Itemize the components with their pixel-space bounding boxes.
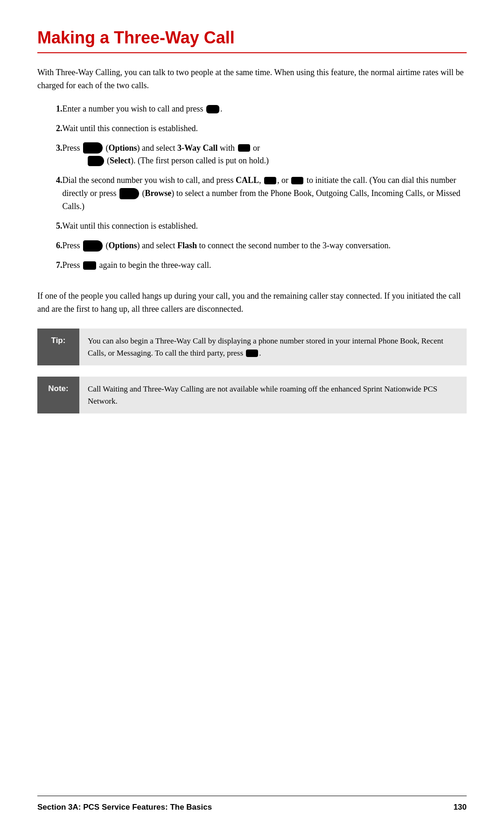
step-5: 5. Wait until this connection is establi…	[37, 220, 467, 233]
tip-box: Tip: You can also begin a Three-Way Call…	[37, 329, 467, 365]
tip-label: Tip:	[37, 329, 79, 365]
nav-btn-icon	[238, 144, 250, 152]
step-6: 6. Press (Options) and select Flash to c…	[37, 239, 467, 252]
tip-text: You can also begin a Three-Way Call by d…	[88, 336, 443, 357]
step-1-content: Enter a number you wish to call and pres…	[63, 103, 467, 116]
step-5-num: 5.	[37, 220, 63, 233]
tip-content: You can also begin a Three-Way Call by d…	[79, 329, 467, 365]
step-2: 2. Wait until this connection is establi…	[37, 122, 467, 135]
steps-list: 1. Enter a number you wish to call and p…	[37, 103, 467, 279]
call-btn-icon-2	[291, 177, 303, 184]
options-softkey-icon	[83, 142, 103, 154]
step-1: 1. Enter a number you wish to call and p…	[37, 103, 467, 116]
step-2-content: Wait until this connection is establishe…	[63, 122, 467, 135]
note-box: Note: Call Waiting and Three-Way Calling…	[37, 377, 467, 413]
select-softkey-icon	[88, 156, 104, 166]
note-content: Call Waiting and Three-Way Calling are n…	[79, 377, 467, 413]
end-btn-icon	[83, 261, 96, 270]
step-5-content: Wait until this connection is establishe…	[63, 220, 467, 233]
footer-left: Section 3A: PCS Service Features: The Ba…	[37, 803, 212, 812]
step-6-num: 6.	[37, 239, 63, 252]
tip-btn-icon	[246, 350, 258, 357]
step-3-content: Press (Options) and select 3-Way Call wi…	[63, 142, 467, 168]
closing-text: If one of the people you called hangs up…	[37, 290, 467, 316]
browse-softkey-icon	[119, 188, 139, 199]
step-6-content: Press (Options) and select Flash to conn…	[63, 239, 467, 252]
page-title: Making a Three-Way Call	[37, 28, 467, 48]
step-4: 4. Dial the second number you wish to ca…	[37, 174, 467, 213]
note-label: Note:	[37, 377, 79, 413]
title-divider	[37, 52, 467, 53]
step-3: 3. Press (Options) and select 3-Way Call…	[37, 142, 467, 168]
intro-text: With Three-Way Calling, you can talk to …	[37, 66, 467, 92]
options-softkey-icon-2	[83, 240, 103, 252]
step-7-num: 7.	[37, 259, 63, 272]
send-button-icon	[206, 105, 219, 113]
step-4-num: 4.	[37, 174, 63, 187]
step-2-num: 2.	[37, 122, 63, 135]
step-7-content: Press again to begin the three-way call.	[63, 259, 467, 272]
page-footer: Section 3A: PCS Service Features: The Ba…	[37, 796, 467, 812]
footer-right: 130	[454, 803, 467, 812]
step-1-num: 1.	[37, 103, 63, 116]
step-4-content: Dial the second number you wish to call,…	[63, 174, 467, 213]
call-btn-icon-1	[264, 177, 276, 184]
step-3-num: 3.	[37, 142, 63, 155]
step-7: 7. Press again to begin the three-way ca…	[37, 259, 467, 272]
